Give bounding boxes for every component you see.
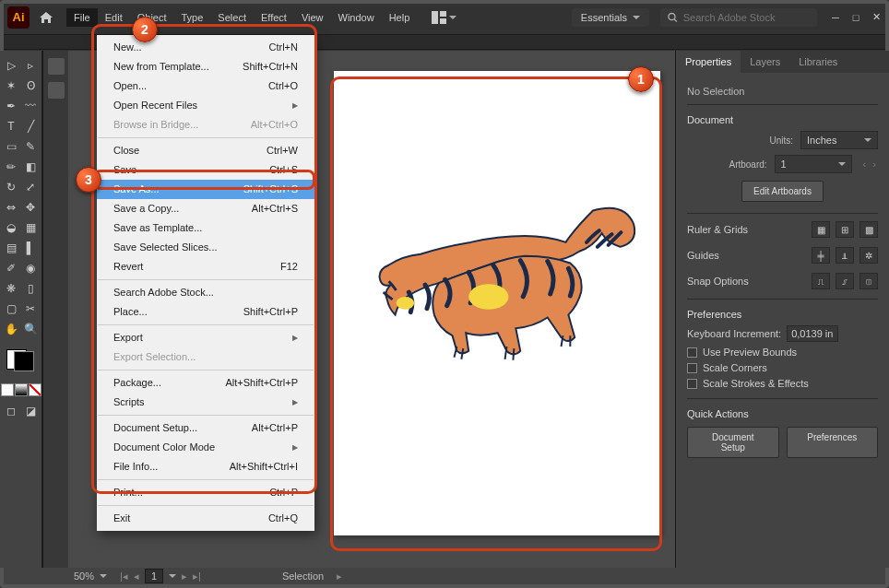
snap-grid-icon[interactable]: ⎎ [836, 273, 854, 289]
scale-strokes-checkbox[interactable] [687, 379, 697, 389]
hand-tool[interactable]: ✋ [2, 320, 20, 338]
guides-lock-icon[interactable]: ⫫ [836, 247, 854, 264]
tab-layers[interactable]: Layers [741, 51, 789, 73]
next-page-icon[interactable]: ▸ [182, 570, 187, 582]
file-menu-item[interactable]: Print...Ctrl+P [97, 483, 314, 502]
scale-corners-checkbox[interactable] [687, 363, 697, 373]
snap-pixel-icon[interactable]: ⎅ [859, 273, 878, 289]
file-menu-item[interactable]: Export Selection... [97, 347, 314, 367]
file-menu-item[interactable]: RevertF12 [97, 257, 314, 276]
graph-tool[interactable]: ▯ [21, 279, 40, 298]
panel-icon-1[interactable] [48, 58, 65, 75]
shape-builder-tool[interactable]: ◒ [2, 218, 20, 237]
last-page-icon[interactable]: ▸| [193, 570, 201, 582]
workspace-switcher[interactable]: Essentials [572, 8, 649, 27]
file-menu-item[interactable]: ExitCtrl+Q [97, 509, 314, 528]
tab-properties[interactable]: Properties [676, 51, 741, 73]
file-menu-item[interactable]: Save a Copy...Alt+Ctrl+S [97, 199, 314, 218]
maximize-button[interactable]: □ [850, 12, 861, 23]
document-setup-button[interactable]: Document Setup [687, 427, 779, 458]
artboard-nav[interactable]: ‹ › [863, 159, 878, 170]
chevron-down-icon[interactable] [100, 574, 107, 578]
use-preview-bounds-checkbox[interactable] [687, 347, 697, 358]
artboard-tool[interactable]: ▢ [2, 300, 20, 318]
guides-show-icon[interactable]: ╪ [812, 247, 830, 264]
file-menu-item[interactable]: Search Adobe Stock... [97, 283, 314, 302]
file-menu-item[interactable]: Open...Ctrl+O [97, 76, 314, 96]
edit-artboards-button[interactable]: Edit Artboards [741, 181, 824, 202]
menu-select[interactable]: Select [210, 8, 254, 27]
minimize-button[interactable]: ─ [830, 12, 841, 23]
home-icon[interactable] [39, 11, 53, 24]
snap-point-icon[interactable]: ⎍ [812, 273, 830, 289]
page-input[interactable]: 1 [145, 569, 163, 583]
artboard-select[interactable]: 1 [775, 155, 852, 173]
units-select[interactable]: Inches [800, 131, 878, 149]
blend-tool[interactable]: ◉ [21, 259, 40, 277]
tiger-artwork[interactable] [371, 200, 643, 384]
none-mode[interactable] [29, 383, 41, 396]
ruler-icon[interactable]: ▦ [812, 221, 830, 238]
first-page-icon[interactable]: |◂ [120, 570, 128, 582]
file-menu-item[interactable]: Browse in Bridge...Alt+Ctrl+O [97, 115, 314, 135]
arrange-docs-icon[interactable] [426, 7, 462, 28]
symbol-sprayer-tool[interactable]: ❋ [2, 279, 20, 298]
draw-behind[interactable]: ◪ [21, 402, 40, 420]
slice-tool[interactable]: ✂ [21, 300, 40, 318]
free-transform-tool[interactable]: ✥ [21, 198, 40, 217]
menu-edit[interactable]: Edit [98, 8, 130, 27]
prev-page-icon[interactable]: ◂ [134, 570, 139, 582]
menu-effect[interactable]: Effect [254, 8, 294, 27]
gradient-tool[interactable]: ▌ [21, 239, 40, 257]
direct-selection-tool[interactable]: ▹ [21, 56, 40, 75]
width-tool[interactable]: ⇔ [2, 198, 20, 217]
line-tool[interactable]: ╱ [21, 117, 40, 135]
magic-wand-tool[interactable]: ✶ [2, 76, 20, 95]
status-menu-icon[interactable]: ▸ [337, 570, 342, 582]
menu-help[interactable]: Help [382, 8, 418, 27]
menu-view[interactable]: View [294, 8, 331, 27]
type-tool[interactable]: T [2, 117, 20, 135]
file-menu-item[interactable]: Save as Template... [97, 218, 314, 238]
mesh-tool[interactable]: ▤ [2, 239, 20, 257]
file-menu-item[interactable]: CloseCtrl+W [97, 141, 314, 160]
scale-tool[interactable]: ⤢ [21, 178, 40, 196]
file-menu-item[interactable]: Place...Shift+Ctrl+P [97, 302, 314, 322]
eraser-tool[interactable]: ◧ [21, 158, 40, 176]
preferences-button[interactable]: Preferences [787, 427, 879, 458]
rotate-tool[interactable]: ↻ [2, 178, 20, 196]
close-button[interactable]: ✕ [871, 12, 882, 23]
smart-guides-icon[interactable]: ✲ [859, 247, 878, 264]
file-menu-item[interactable]: Document Color Mode▶ [97, 438, 314, 457]
menu-file[interactable]: File [66, 8, 98, 27]
artboard[interactable] [334, 71, 660, 535]
file-menu-item[interactable]: Document Setup...Alt+Ctrl+P [97, 418, 314, 438]
panel-icon-2[interactable] [48, 82, 65, 99]
file-menu-item[interactable]: SaveCtrl+S [97, 160, 314, 180]
keyboard-increment-input[interactable]: 0,0139 in [787, 325, 838, 342]
eyedropper-tool[interactable]: ✐ [2, 259, 20, 277]
file-menu-item[interactable]: Save Selected Slices... [97, 238, 314, 257]
grid-icon[interactable]: ⊞ [836, 221, 854, 238]
gradient-mode[interactable] [15, 383, 28, 396]
menu-window[interactable]: Window [331, 8, 382, 27]
file-menu-item[interactable]: Export▶ [97, 328, 314, 347]
draw-normal[interactable]: ◻ [2, 402, 20, 420]
transparency-grid-icon[interactable]: ▩ [859, 221, 878, 238]
rectangle-tool[interactable]: ▭ [2, 137, 20, 156]
file-menu-item[interactable]: File Info...Alt+Shift+Ctrl+I [97, 457, 314, 476]
curvature-tool[interactable]: 〰 [21, 97, 40, 115]
menu-type[interactable]: Type [174, 8, 211, 27]
pen-tool[interactable]: ✒ [2, 97, 20, 115]
file-menu-item[interactable]: New...Ctrl+N [97, 38, 314, 57]
file-menu-item[interactable]: Save As...Shift+Ctrl+S [97, 180, 314, 199]
zoom-tool[interactable]: 🔍 [21, 320, 40, 338]
zoom-level[interactable]: 50% [74, 570, 94, 582]
stock-search-input[interactable] [683, 12, 810, 23]
shaper-tool[interactable]: ✏ [2, 158, 20, 176]
file-menu-item[interactable]: Package...Alt+Shift+Ctrl+P [97, 373, 314, 393]
color-mode[interactable] [1, 383, 14, 396]
lasso-tool[interactable]: ʘ [21, 76, 40, 95]
brush-tool[interactable]: ✎ [21, 137, 40, 156]
fill-stroke-swatch[interactable] [6, 344, 36, 376]
